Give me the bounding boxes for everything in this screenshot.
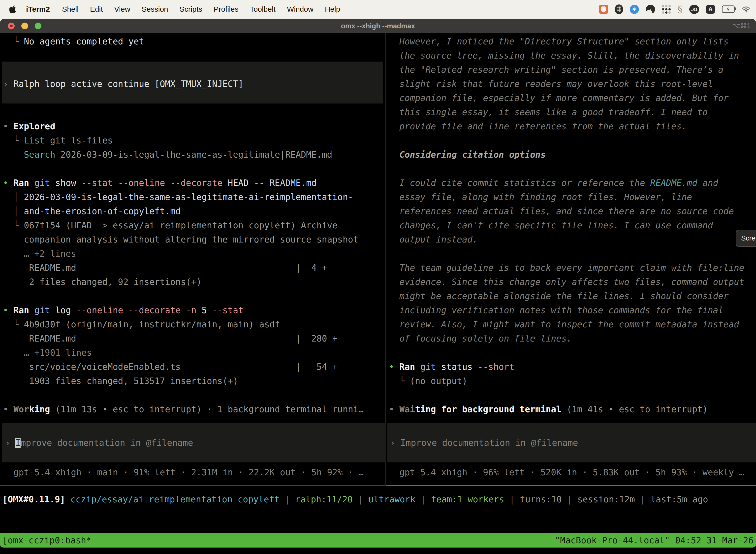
terminal-line: the source tree, missing the essay. Stil… (389, 49, 756, 63)
terminal-line: • Waiting for background terminal (1m 41… (389, 402, 756, 417)
terminal-line (3, 289, 388, 303)
terminal-line: • Ran git status --short (389, 360, 756, 374)
terminal-line: Search 2026-03-09-is-legal-the-same-as-l… (3, 148, 388, 162)
menu-item-edit[interactable]: Edit (84, 0, 109, 18)
terminal-line: including verification notes with those … (389, 303, 756, 318)
terminal-line: Considering citation options (389, 148, 756, 162)
terminal-line (389, 346, 756, 360)
terminal-line: references need actual files, and since … (389, 204, 756, 218)
menu-item-iterm2[interactable]: iTerm2 (20, 0, 56, 18)
tmux-session-name: [omx-cczip0:bash* (0, 535, 94, 545)
terminal-line: │ 2026-03-09-is-legal-the-same-as-legiti… (3, 190, 388, 204)
text-cursor: I (15, 438, 20, 448)
tmux-pane-divider[interactable] (385, 33, 385, 486)
right-prompt-input[interactable]: › Improve documentation in @filename (387, 423, 756, 462)
tmux-host-clock: "MacBook-Pro-44.local" 04:52 31-Mar-26 (552, 535, 756, 545)
terminal-line: … +1901 lines (3, 346, 388, 360)
menu-bar-status-icons: § ..61 A (599, 4, 751, 14)
terminal-line: 2 files changed, 92 insertions(+) (3, 275, 388, 289)
terminal-line: essay file, along with finding root file… (389, 190, 756, 204)
terminal-line: • Ran git show --stat --oneline --decora… (3, 176, 388, 190)
prompt-chevron: › (5, 438, 15, 448)
battery-percent-badge-icon[interactable]: ..61 (689, 5, 699, 14)
menu-items: iTerm2ShellEditViewSessionScriptsProfile… (20, 0, 346, 18)
blue-badge-icon[interactable] (630, 5, 639, 14)
menu-item-toolbelt[interactable]: Toolbelt (244, 0, 281, 18)
macos-menu-bar: iTerm2ShellEditViewSessionScriptsProfile… (0, 0, 756, 18)
terminal-line (3, 162, 388, 176)
squiggle-icon[interactable]: § (678, 4, 682, 14)
left-pane-separator (0, 486, 385, 486)
terminal-line: might be acceptable alongside the file l… (389, 289, 756, 303)
menu-item-profiles[interactable]: Profiles (208, 0, 244, 18)
terminal-line (389, 162, 756, 176)
screen-share-overlay[interactable]: Scre (736, 230, 756, 247)
terminal-line: └ 067f154 (HEAD -> essay/ai-reimplementa… (3, 218, 388, 233)
menu-item-window[interactable]: Window (281, 0, 319, 18)
terminal-line: │ and-the-erosion-of-copyleft.md (3, 204, 388, 218)
terminal-line: changes, I can't cite specific file line… (389, 218, 756, 233)
omx-status-line: [OMX#0.11.9] cczip/essay/ai-reimplementa… (0, 492, 756, 507)
terminal-line: review. Also, I might want to inspect th… (389, 318, 756, 332)
terminal-line: evidence. Since this change only affects… (389, 275, 756, 289)
terminal-line (389, 388, 756, 402)
prompt-chevron: › (390, 438, 400, 448)
right-terminal-pane[interactable]: However, I noticed the "Directory Struct… (386, 35, 756, 417)
terminal-line: • Explored (3, 119, 388, 133)
iterm2-window: omx --xhigh --madmax ⌥⌘1 └ No agents com… (0, 19, 756, 548)
terminal-line (389, 133, 756, 148)
menu-item-view[interactable]: View (109, 0, 136, 18)
input-placeholder: mprove documentation in @filename (20, 438, 193, 448)
terminal-line: this single essay, it seems like a good … (389, 105, 756, 119)
terminal-line: • Ran git log --oneline --decorate -n 5 … (3, 303, 388, 318)
terminal-line: └ 4b9d30f (origin/main, instructkr/main,… (3, 318, 388, 332)
left-model-status: gpt-5.4 xhigh · main · 91% left · 2.31M … (0, 465, 388, 480)
wifi-icon[interactable] (742, 6, 751, 13)
left-terminal-pane[interactable]: └ No agents completed yet› Ralph loop ac… (0, 35, 388, 417)
terminal-line: README.md | 280 + (3, 332, 388, 346)
window-title: omx --xhigh --madmax (0, 19, 756, 33)
terminal-line: the "Related research writing" section i… (389, 63, 756, 77)
tmux-status-bar: [omx-cczip0:bash* "MacBook-Pro-44.local"… (0, 533, 756, 548)
input-placeholder: Improve documentation in @filename (400, 438, 578, 448)
terminal-line: However, I noticed the "Directory Struct… (389, 35, 756, 49)
terminal-line: └ List git ls-files (3, 133, 388, 148)
terminal-line (3, 105, 388, 119)
terminal-line: The team guideline is to back every impo… (389, 261, 756, 275)
terminal-content[interactable]: └ No agents completed yet› Ralph loop ac… (0, 33, 756, 533)
terminal-line (3, 63, 388, 77)
terminal-line (389, 247, 756, 261)
terminal-line: README.md | 4 + (3, 261, 388, 275)
shield-grid-icon[interactable] (615, 4, 623, 14)
terminal-line (3, 91, 388, 105)
terminal-line: └ No agents completed yet (3, 35, 388, 49)
terminal-line: companion analysis without altering the … (3, 233, 388, 247)
window-title-bar[interactable]: omx --xhigh --madmax ⌥⌘1 (0, 19, 756, 33)
screen-share-overlay-label: Scre (741, 234, 756, 242)
terminal-line: I could cite commit statistics or refere… (389, 176, 756, 190)
right-model-status: gpt-5.4 xhigh · 96% left · 520K in · 5.8… (386, 465, 756, 480)
apple-menu-icon[interactable] (9, 5, 17, 13)
terminal-line: slight risk that future readers may over… (389, 77, 756, 91)
pie-chart-icon[interactable] (646, 5, 655, 14)
terminal-line: … +2 lines (3, 247, 388, 261)
terminal-line: provide file and line references from th… (389, 119, 756, 133)
left-prompt-input[interactable]: › Improve documentation in @filename (2, 423, 386, 462)
menu-item-session[interactable]: Session (136, 0, 174, 18)
terminal-line: of focusing solely on file lines. (389, 332, 756, 346)
terminal-line: output instead. (389, 233, 756, 247)
terminal-line: › Ralph loop active continue [OMX_TMUX_I… (3, 77, 388, 91)
terminal-line: • Working (11m 13s • esc to interrupt) ·… (3, 402, 388, 417)
terminal-line: └ (no output) (389, 374, 756, 388)
menu-item-help[interactable]: Help (319, 0, 346, 18)
terminal-line (3, 388, 388, 402)
terminal-line: companion file, especially if more comme… (389, 91, 756, 105)
menu-item-shell[interactable]: Shell (56, 0, 84, 18)
menu-item-scripts[interactable]: Scripts (174, 0, 208, 18)
input-source-icon[interactable]: A (706, 5, 715, 14)
terminal-line: 1903 files changed, 513517 insertions(+) (3, 374, 388, 388)
dots-grid-icon[interactable] (662, 5, 671, 14)
battery-icon[interactable] (722, 5, 735, 13)
terminal-line (3, 49, 388, 63)
screen-recording-icon[interactable] (599, 5, 608, 14)
